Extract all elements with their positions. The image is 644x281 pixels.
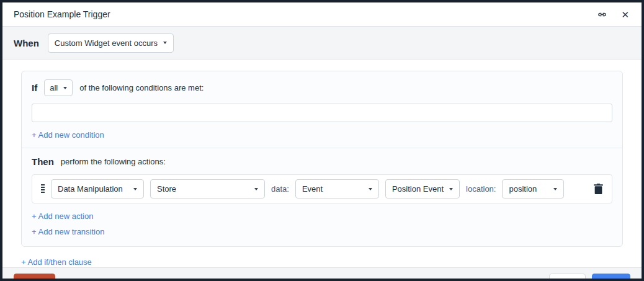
close-icon[interactable]: ✕: [621, 10, 629, 19]
add-condition-link[interactable]: + Add new condition: [32, 130, 104, 140]
chevron-down-icon: [449, 188, 453, 190]
link-icon[interactable]: [597, 9, 607, 20]
then-section: Then perform the following actions: Data…: [22, 148, 622, 246]
data-param-label: data:: [271, 184, 289, 194]
chevron-down-icon: [553, 188, 557, 190]
titlebar-icons: ✕: [597, 9, 629, 20]
action-category-select[interactable]: Data Manipulation: [51, 179, 144, 198]
if-suffix-text: of the following conditions are met:: [79, 83, 203, 92]
chevron-down-icon: [369, 188, 372, 190]
then-label: Then: [32, 156, 54, 167]
drag-handle-icon[interactable]: [41, 184, 45, 194]
add-action-link[interactable]: + Add new action: [32, 212, 612, 221]
then-links: + Add new action + Add new transition: [32, 212, 612, 236]
quantifier-value: all: [50, 83, 58, 92]
location-value: position: [509, 184, 537, 194]
action-operation-select[interactable]: Store: [150, 179, 265, 198]
action-data-select[interactable]: Event: [295, 179, 379, 198]
then-suffix-text: perform the following actions:: [61, 157, 166, 166]
action-category-value: Data Manipulation: [58, 184, 123, 194]
condition-input[interactable]: [32, 104, 612, 122]
action-operation-value: Store: [157, 184, 176, 194]
chevron-down-icon: [63, 87, 67, 89]
when-bar: When Custom Widget event occurs: [2, 27, 642, 60]
action-data-value: Event: [302, 184, 323, 194]
event-type-select[interactable]: Position Event: [385, 179, 460, 198]
location-param-label: location:: [466, 184, 496, 194]
copy-button[interactable]: Copy: [549, 274, 585, 281]
event-type-value: Position Event: [392, 184, 444, 194]
if-label: If: [32, 83, 37, 93]
dialog-titlebar: Position Example Trigger ✕: [2, 2, 642, 27]
location-select[interactable]: position: [502, 179, 564, 198]
add-if-then-clause-link[interactable]: + Add if/then clause: [21, 257, 92, 267]
chevron-down-icon: [163, 42, 167, 44]
delete-button[interactable]: Delete: [14, 274, 55, 281]
dialog-title: Position Example Trigger: [14, 9, 110, 19]
if-then-clause-panel: If all of the following conditions are m…: [21, 71, 623, 247]
when-label: When: [14, 38, 39, 48]
save-button[interactable]: Save: [592, 274, 630, 281]
if-section: If all of the following conditions are m…: [22, 71, 622, 148]
dialog-footer: Delete Copy Save: [2, 267, 642, 281]
footer-right-buttons: Copy Save: [549, 274, 630, 281]
add-transition-link[interactable]: + Add new transition: [32, 227, 612, 236]
quantifier-select[interactable]: all: [44, 79, 73, 96]
when-event-value: Custom Widget event occurs: [55, 38, 158, 48]
delete-action-icon[interactable]: [594, 184, 603, 194]
trigger-editor-dialog: Position Example Trigger ✕ When Custom W…: [0, 0, 644, 281]
when-event-select[interactable]: Custom Widget event occurs: [48, 33, 174, 53]
chevron-down-icon: [254, 188, 258, 190]
dialog-body: If all of the following conditions are m…: [2, 60, 642, 267]
action-row: Data Manipulation Store data: Event Posi…: [32, 174, 612, 203]
chevron-down-icon: [133, 188, 137, 190]
